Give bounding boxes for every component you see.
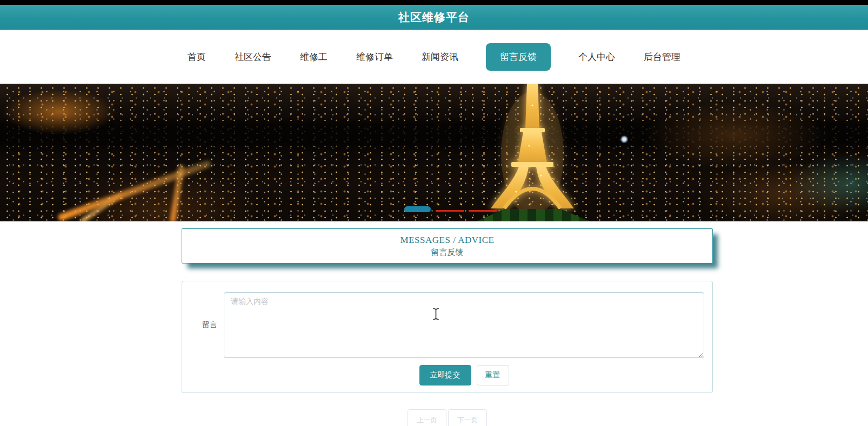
submit-button[interactable]: 立即提交: [419, 365, 471, 386]
app-title: 社区维修平台: [398, 10, 470, 25]
eiffel-tower-illustration: [489, 84, 576, 218]
app-header: 社区维修平台: [0, 5, 868, 30]
message-field-label: 留言: [182, 320, 224, 330]
section-title-en: MESSAGES / ADVICE: [400, 235, 495, 246]
message-textarea[interactable]: [224, 292, 704, 358]
next-page-button[interactable]: 下一页: [448, 409, 487, 426]
carousel-indicator[interactable]: [436, 210, 464, 212]
prev-page-button[interactable]: 上一页: [408, 409, 446, 426]
street-light-streak: [57, 160, 212, 221]
section-header: MESSAGES / ADVICE 留言反馈: [182, 228, 713, 263]
section-title-zh: 留言反馈: [431, 247, 464, 258]
carousel-indicator[interactable]: [469, 210, 497, 212]
carousel-indicators: [404, 206, 497, 212]
nav-item-feedback[interactable]: 留言反馈: [486, 43, 551, 71]
message-form-card: 留言 立即提交 重置: [182, 281, 713, 393]
nav-item-repair-orders[interactable]: 维修订单: [355, 43, 394, 71]
pagination: 上一页 下一页: [182, 409, 713, 426]
main-nav: 首页 社区公告 维修工 维修订单 新闻资讯 留言反馈 个人中心 后台管理: [0, 30, 868, 84]
nav-item-personal-center[interactable]: 个人中心: [577, 43, 616, 71]
nav-item-admin[interactable]: 后台管理: [643, 43, 682, 71]
top-bar: [0, 0, 868, 5]
nav-item-news[interactable]: 新闻资讯: [420, 43, 459, 71]
reset-button[interactable]: 重置: [477, 365, 509, 386]
nav-item-community-announcements[interactable]: 社区公告: [233, 43, 272, 71]
nav-item-home[interactable]: 首页: [186, 43, 207, 71]
hero-carousel-image: [0, 84, 868, 221]
carousel-indicator-active[interactable]: [404, 206, 431, 212]
nav-item-repair-workers[interactable]: 维修工: [299, 43, 329, 71]
